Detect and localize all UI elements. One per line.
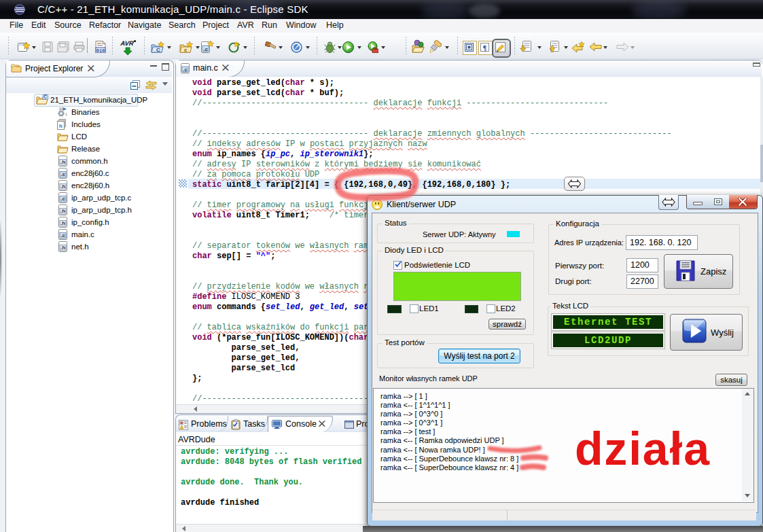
svg-text:działa: działa [575,423,711,474]
